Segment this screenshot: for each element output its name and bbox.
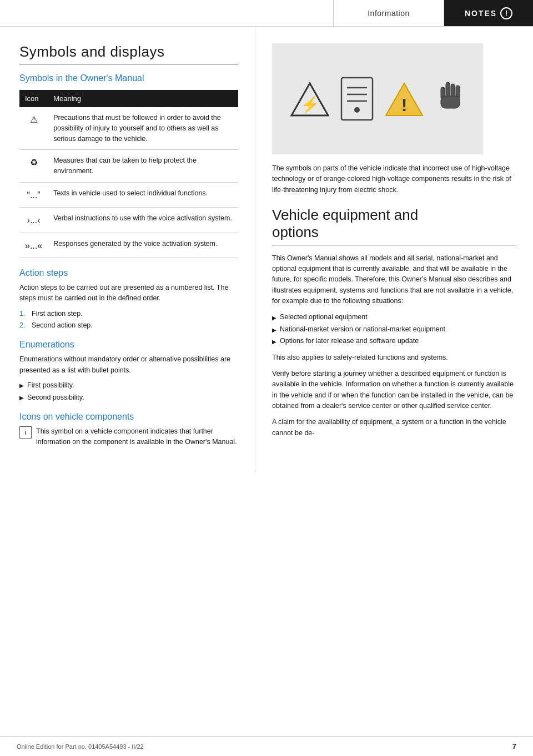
hand-stop-symbol bbox=[435, 79, 465, 118]
action-steps-description: Action steps to be carried out are prese… bbox=[19, 283, 238, 304]
vehicle-equip-para4: A claim for the availability of equipmen… bbox=[272, 417, 516, 439]
vehicle-equip-title-line2: options bbox=[272, 224, 319, 240]
vehicle-equip-title-line1: Vehicle equipment and bbox=[272, 206, 418, 223]
list-item: ▶Selected optional equipment bbox=[272, 312, 516, 322]
symbol-table: Icon Meaning ⚠Precautions that must be f… bbox=[19, 90, 238, 258]
bullet-arrow-icon: ▶ bbox=[19, 394, 24, 402]
table-cell-icon: ›...‹ bbox=[19, 208, 48, 233]
page-footer: Online Edition for Part no. 01405A54493 … bbox=[0, 736, 533, 756]
bullet-arrow-icon: ▶ bbox=[272, 314, 276, 322]
table-cell-meaning: Verbal instructions to use with the voic… bbox=[48, 208, 238, 233]
table-cell-icon: ♻ bbox=[19, 150, 48, 183]
table-cell-meaning: Texts in vehicle used to select individu… bbox=[48, 182, 238, 207]
enum-text: First possibility. bbox=[27, 380, 74, 391]
step-number: 2. bbox=[19, 320, 28, 331]
vehicle-image-box: ⚡ ! bbox=[272, 43, 483, 154]
bullet-arrow-icon: ▶ bbox=[19, 381, 24, 390]
info-lines-symbol bbox=[340, 77, 374, 121]
list-item: 1.First action step. bbox=[19, 309, 238, 319]
vehicle-equip-title: Vehicle equipment and options bbox=[272, 206, 516, 241]
page-title: Symbols and displays bbox=[19, 43, 238, 61]
left-column: Symbols and displays Symbols in the Owne… bbox=[0, 27, 255, 472]
icons-vehicle-heading: Icons on vehicle components bbox=[19, 412, 238, 422]
step-text: Second action step. bbox=[32, 320, 93, 331]
step-text: First action step. bbox=[32, 309, 83, 319]
header-left bbox=[0, 0, 333, 26]
table-cell-meaning: Responses generated by the voice activat… bbox=[48, 233, 238, 258]
page-header: Information NOTES ! bbox=[0, 0, 533, 27]
footer-edition-text: Online Edition for Part no. 01405A54493 … bbox=[17, 743, 144, 750]
vehicle-equip-divider bbox=[272, 245, 516, 245]
lightning-warning-symbol: ⚡ bbox=[290, 81, 329, 117]
col-icon-header: Icon bbox=[19, 90, 48, 107]
table-cell-icon: “...” bbox=[19, 182, 48, 207]
header-right: NOTES ! bbox=[444, 0, 533, 26]
vehicle-equip-para1: This Owner's Manual shows all models and… bbox=[272, 253, 516, 307]
bullet-text: National-market version or national-mark… bbox=[280, 324, 445, 335]
bullet-text: Options for later release and software u… bbox=[280, 336, 419, 346]
exclamation-triangle-symbol: ! bbox=[385, 81, 424, 117]
step-number: 1. bbox=[19, 309, 28, 319]
vehicle-equip-para3: Verify before starting a journey whether… bbox=[272, 369, 516, 412]
col-meaning-header: Meaning bbox=[48, 90, 238, 107]
bullet-arrow-icon: ▶ bbox=[272, 326, 276, 335]
hand-stop-svg bbox=[435, 79, 465, 118]
enumerations-section: Enumerations Enumerations without mandat… bbox=[19, 340, 238, 403]
exclamation-triangle-svg: ! bbox=[385, 81, 424, 117]
vehicle-equip-para2: This also applies to safety-related func… bbox=[272, 352, 516, 363]
right-column: ⚡ ! bbox=[255, 27, 533, 472]
list-item: ▶First possibility. bbox=[19, 380, 238, 391]
list-item: ▶National-market version or national-mar… bbox=[272, 324, 516, 335]
table-cell-icon: ⚠ bbox=[19, 107, 48, 150]
svg-text:⚡: ⚡ bbox=[300, 95, 319, 114]
action-steps-section: Action steps Action steps to be carried … bbox=[19, 268, 238, 331]
enumerations-description: Enumerations without mandatory order or … bbox=[19, 354, 238, 376]
header-notes-label: NOTES bbox=[465, 9, 497, 18]
enum-list: ▶First possibility.▶Second possibility. bbox=[19, 380, 238, 403]
bullet-text: Selected optional equipment bbox=[280, 312, 368, 322]
svg-rect-13 bbox=[441, 96, 460, 108]
table-cell-meaning: Precautions that must be followed in ord… bbox=[48, 107, 238, 150]
action-steps-list: 1.First action step.2.Second action step… bbox=[19, 309, 238, 331]
list-item: ▶Options for later release and software … bbox=[272, 336, 516, 346]
lightning-triangle-svg: ⚡ bbox=[290, 81, 329, 117]
header-information-label: Information bbox=[368, 9, 410, 18]
table-cell-meaning: Measures that can be taken to help prote… bbox=[48, 150, 238, 183]
main-content: Symbols and displays Symbols in the Owne… bbox=[0, 27, 533, 472]
table-row: »...«Responses generated by the voice ac… bbox=[19, 233, 238, 258]
icons-vehicle-section: Icons on vehicle components i This symbo… bbox=[19, 412, 238, 447]
vehicle-equip-section: Vehicle equipment and options This Owner… bbox=[272, 206, 516, 439]
image-description-text: The symbols on parts of the vehicle indi… bbox=[272, 163, 516, 195]
table-row: ⚠Precautions that must be followed in or… bbox=[19, 107, 238, 150]
exclamation-icon: ! bbox=[500, 7, 512, 19]
title-divider bbox=[19, 64, 238, 64]
icon-component-description: This symbol on a vehicle component indic… bbox=[36, 426, 238, 447]
svg-point-6 bbox=[354, 107, 360, 113]
right-bullet-list: ▶Selected optional equipment▶National-ma… bbox=[272, 312, 516, 346]
table-row: ›...‹Verbal instructions to use with the… bbox=[19, 208, 238, 233]
list-item: ▶Second possibility. bbox=[19, 392, 238, 403]
info-lines-svg bbox=[340, 77, 374, 121]
table-header-row: Icon Meaning bbox=[19, 90, 238, 107]
table-cell-icon: »...« bbox=[19, 233, 48, 258]
table-row: “...”Texts in vehicle used to select ind… bbox=[19, 182, 238, 207]
header-center: Information bbox=[333, 0, 444, 26]
info-component-icon: i bbox=[19, 426, 32, 439]
image-symbols-group: ⚡ ! bbox=[272, 43, 483, 154]
enumerations-heading: Enumerations bbox=[19, 340, 238, 350]
action-steps-heading: Action steps bbox=[19, 268, 238, 278]
svg-text:!: ! bbox=[401, 95, 407, 115]
symbols-manual-heading: Symbols in the Owner's Manual bbox=[19, 73, 238, 83]
table-row: ♻Measures that can be taken to help prot… bbox=[19, 150, 238, 183]
svg-rect-2 bbox=[341, 78, 373, 120]
enum-text: Second possibility. bbox=[27, 392, 84, 403]
icon-component-row: i This symbol on a vehicle component ind… bbox=[19, 426, 238, 447]
bullet-arrow-icon: ▶ bbox=[272, 337, 276, 346]
footer-page-number: 7 bbox=[512, 742, 516, 750]
list-item: 2.Second action step. bbox=[19, 320, 238, 331]
